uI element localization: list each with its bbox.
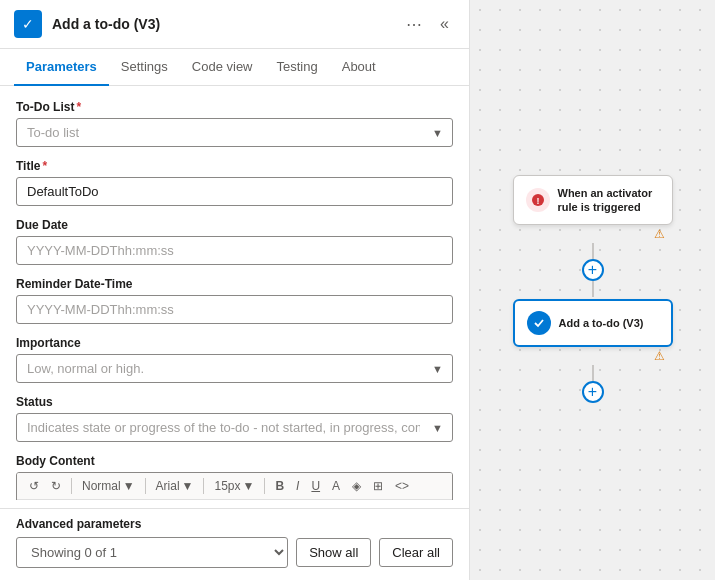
tab-settings[interactable]: Settings: [109, 49, 180, 86]
toolbar-separator-2: [145, 478, 146, 494]
panel-title: Add a to-do (V3): [52, 16, 390, 32]
todo-list-label: To-Do List *: [16, 100, 453, 114]
size-dropdown[interactable]: 15px ▼: [210, 477, 258, 495]
body-content-group: Body Content ↺ ↻ Normal ▼ Arial ▼: [16, 454, 453, 500]
title-input[interactable]: [16, 177, 453, 206]
tab-parameters[interactable]: Parameters: [14, 49, 109, 86]
style-dropdown[interactable]: Normal ▼: [78, 477, 139, 495]
form-content: To-Do List * To-do list ▼ Title * Due Da…: [0, 86, 469, 500]
action-warning-row: ⚠: [513, 349, 673, 363]
rich-editor: ↺ ↻ Normal ▼ Arial ▼ 15px ▼: [16, 472, 453, 500]
title-label: Title *: [16, 159, 453, 173]
advanced-section: Advanced parameters Showing 0 of 1 Show …: [0, 508, 469, 580]
flow-line-1: [592, 243, 594, 259]
body-content-label: Body Content: [16, 454, 453, 468]
size-chevron-icon: ▼: [243, 479, 255, 493]
flow-line-3: [592, 365, 594, 381]
action-warning-icon: ⚠: [654, 349, 665, 363]
add-step-button-2[interactable]: +: [582, 381, 604, 403]
trigger-warning-row: ⚠: [513, 227, 673, 241]
link-button[interactable]: ⊞: [369, 477, 387, 495]
tab-code-view[interactable]: Code view: [180, 49, 265, 86]
toolbar-separator-1: [71, 478, 72, 494]
trigger-card-text: When an activator rule is triggered: [558, 186, 660, 215]
importance-group: Importance Low, normal or high. ▼: [16, 336, 453, 383]
todo-list-group: To-Do List * To-do list ▼: [16, 100, 453, 147]
action-card[interactable]: Add a to-do (V3): [513, 299, 673, 347]
check-icon: [532, 316, 546, 330]
error-icon: !: [531, 193, 545, 207]
code-button[interactable]: <>: [391, 477, 413, 495]
add-step-button-1[interactable]: +: [582, 259, 604, 281]
todo-list-select[interactable]: To-do list: [16, 118, 453, 147]
bold-button[interactable]: B: [271, 477, 288, 495]
left-panel: ✓ Add a to-do (V3) ⋯ « Parameters Settin…: [0, 0, 470, 580]
reminder-label: Reminder Date-Time: [16, 277, 453, 291]
status-label: Status: [16, 395, 453, 409]
tabs-bar: Parameters Settings Code view Testing Ab…: [0, 49, 469, 86]
show-all-button[interactable]: Show all: [296, 538, 371, 567]
toolbar-separator-3: [203, 478, 204, 494]
panel-icon: ✓: [14, 10, 42, 38]
font-color-button[interactable]: A: [328, 477, 344, 495]
right-panel: ! When an activator rule is triggered ⚠ …: [470, 0, 715, 580]
svg-rect-2: [532, 316, 546, 330]
reminder-group: Reminder Date-Time: [16, 277, 453, 324]
due-date-input[interactable]: [16, 236, 453, 265]
highlight-button[interactable]: ◈: [348, 477, 365, 495]
todo-list-select-wrapper: To-do list ▼: [16, 118, 453, 147]
title-group: Title *: [16, 159, 453, 206]
undo-button[interactable]: ↺: [25, 477, 43, 495]
flow-connector-1: +: [582, 243, 604, 297]
more-options-button[interactable]: ⋯: [400, 13, 428, 36]
required-star: *: [76, 100, 81, 114]
action-card-text: Add a to-do (V3): [559, 316, 644, 330]
importance-label: Importance: [16, 336, 453, 350]
trigger-warning-icon: ⚠: [654, 227, 665, 241]
status-select-wrapper: Indicates state or progress of the to-do…: [16, 413, 453, 442]
italic-button[interactable]: I: [292, 477, 303, 495]
trigger-card-wrapper: ! When an activator rule is triggered ⚠: [513, 175, 673, 242]
svg-text:!: !: [536, 196, 539, 206]
toolbar-separator-4: [264, 478, 265, 494]
trigger-card[interactable]: ! When an activator rule is triggered: [513, 175, 673, 226]
flow-connector-2: +: [582, 365, 604, 403]
style-chevron-icon: ▼: [123, 479, 135, 493]
due-date-label: Due Date: [16, 218, 453, 232]
tab-testing[interactable]: Testing: [265, 49, 330, 86]
advanced-select[interactable]: Showing 0 of 1: [16, 537, 288, 568]
font-chevron-icon: ▼: [182, 479, 194, 493]
status-group: Status Indicates state or progress of th…: [16, 395, 453, 442]
due-date-group: Due Date: [16, 218, 453, 265]
font-dropdown[interactable]: Arial ▼: [152, 477, 198, 495]
panel-header: ✓ Add a to-do (V3) ⋯ «: [0, 0, 469, 49]
rich-toolbar: ↺ ↻ Normal ▼ Arial ▼ 15px ▼: [17, 473, 452, 500]
status-select[interactable]: Indicates state or progress of the to-do…: [16, 413, 453, 442]
header-actions: ⋯ «: [400, 13, 455, 36]
flow-line-2: [592, 281, 594, 297]
clear-all-button[interactable]: Clear all: [379, 538, 453, 567]
importance-select-wrapper: Low, normal or high. ▼: [16, 354, 453, 383]
action-card-wrapper: Add a to-do (V3) ⚠: [513, 299, 673, 363]
advanced-row: Showing 0 of 1 Show all Clear all: [16, 537, 453, 568]
title-required-star: *: [42, 159, 47, 173]
action-icon: [527, 311, 551, 335]
reminder-input[interactable]: [16, 295, 453, 324]
flow-container: ! When an activator rule is triggered ⚠ …: [513, 175, 673, 406]
underline-button[interactable]: U: [307, 477, 324, 495]
redo-button[interactable]: ↻: [47, 477, 65, 495]
trigger-icon: !: [526, 188, 550, 212]
importance-select[interactable]: Low, normal or high.: [16, 354, 453, 383]
collapse-button[interactable]: «: [434, 13, 455, 35]
advanced-label: Advanced parameters: [16, 509, 453, 531]
tab-about[interactable]: About: [330, 49, 388, 86]
